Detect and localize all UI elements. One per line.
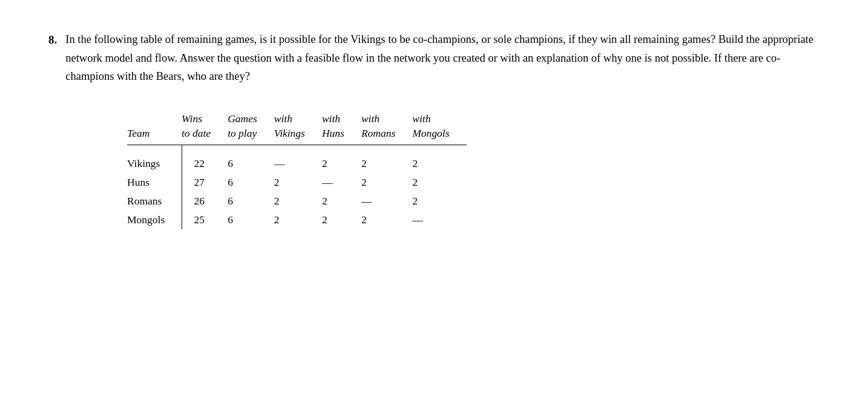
th-with-romans-line1: with [361,110,412,126]
mongols-vs-huns: 2 [322,211,361,229]
table-divider [127,145,467,151]
th-with-huns: Huns [322,126,361,145]
th-team: Team [127,126,182,145]
vikings-vs-mongols: 2 [412,151,466,173]
romans-vs-romans: — [361,192,412,211]
th-team-empty [127,110,182,126]
header-row-top: Wins Games with with with with [127,110,467,126]
th-wins-line1: Wins [182,110,228,126]
question-container: 8. In the following table of remaining g… [48,30,820,229]
th-with-mongols: Mongols [412,126,466,145]
team-mongols: Mongols [127,211,182,229]
th-with-vikings: Vikings [274,126,322,145]
table-row: Vikings 22 6 — 2 2 2 [127,151,467,173]
huns-vs-vikings: 2 [274,173,322,192]
team-romans: Romans [127,192,182,211]
huns-vs-mongols: 2 [412,173,466,192]
vikings-wins: 22 [182,151,228,173]
games-table: Wins Games with with with with Team to d… [127,110,467,229]
team-huns: Huns [127,173,182,192]
mongols-wins: 25 [182,211,228,229]
romans-vs-vikings: 2 [274,192,322,211]
mongols-vs-romans: 2 [361,211,412,229]
romans-games: 6 [228,192,274,211]
th-with-mongols-line1: with [412,110,466,126]
huns-vs-romans: 2 [361,173,412,192]
vikings-vs-romans: 2 [361,151,412,173]
mongols-vs-mongols: — [412,211,466,229]
huns-games: 6 [228,173,274,192]
th-with-vikings-line1: with [274,110,322,126]
romans-vs-huns: 2 [322,192,361,211]
table-row: Romans 26 6 2 2 — 2 [127,192,467,211]
question-body: In the following table of remaining game… [65,30,820,86]
romans-wins: 26 [182,192,228,211]
vikings-games: 6 [228,151,274,173]
header-row-bottom: Team to date to play Vikings Huns Romans… [127,126,467,145]
th-games-line1: Games [228,110,274,126]
question-number: 8. [48,30,57,86]
table-row: Huns 27 6 2 — 2 2 [127,173,467,192]
table-row: Mongols 25 6 2 2 2 — [127,211,467,229]
table-section: Wins Games with with with with Team to d… [48,110,820,229]
vikings-vs-vikings: — [274,151,322,173]
question-block: 8. In the following table of remaining g… [48,30,820,86]
huns-vs-huns: — [322,173,361,192]
mongols-vs-vikings: 2 [274,211,322,229]
th-games-to-play: to play [228,126,274,145]
th-with-huns-line1: with [322,110,361,126]
team-vikings: Vikings [127,151,182,173]
mongols-games: 6 [228,211,274,229]
vikings-vs-huns: 2 [322,151,361,173]
th-wins-to-date: to date [182,126,228,145]
romans-vs-mongols: 2 [412,192,466,211]
huns-wins: 27 [182,173,228,192]
th-with-romans: Romans [361,126,412,145]
